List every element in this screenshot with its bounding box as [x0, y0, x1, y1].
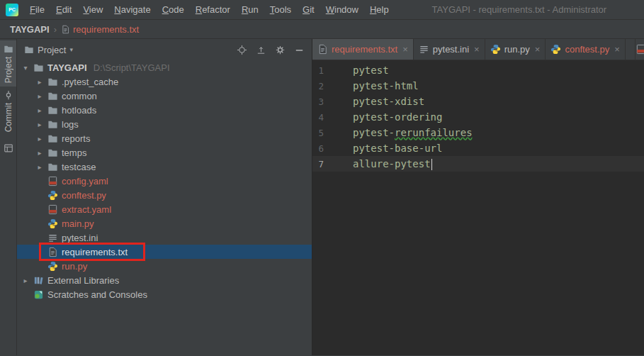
menu-item-git[interactable]: Git [297, 0, 320, 19]
menu-item-run[interactable]: Run [236, 0, 264, 19]
project-view-selector[interactable]: Project ▾ [24, 45, 73, 55]
line-text: allure-pytest [334, 158, 432, 170]
folder-name: logs [62, 119, 79, 130]
editor-line[interactable]: 6 pytest-base-url [312, 140, 644, 156]
folder-icon [47, 105, 58, 116]
line-number[interactable]: 2 [312, 81, 334, 91]
tree-item-pytest-cache[interactable]: ▸ .pytest_cache [17, 74, 312, 89]
file-name: requirements.txt [62, 247, 128, 257]
tree-item-pytest-ini[interactable]: pytest.ini [17, 230, 312, 245]
tree-item-requirements-txt[interactable]: requirements.txt [17, 245, 312, 259]
tree-item-temps[interactable]: ▸ temps [17, 145, 312, 160]
project-root-path: D:\Script\TAYGAPI [94, 62, 170, 73]
menu-item-window[interactable]: Window [320, 0, 364, 19]
tree-item-config-yaml[interactable]: config.yaml [17, 174, 312, 188]
menu-item-code[interactable]: Code [157, 0, 190, 19]
line-number[interactable]: 6 [312, 143, 334, 154]
breadcrumb-file[interactable]: requirements.txt [61, 24, 139, 35]
tree-item-scratches[interactable]: Scratches and Consoles [17, 287, 312, 301]
python-icon [47, 190, 58, 201]
folder-icon [24, 45, 34, 55]
tab-requirements-txt[interactable]: requirements.txt × [312, 39, 414, 60]
close-icon[interactable]: × [402, 44, 408, 55]
editor-body[interactable]: 1 pytest 2 pytest-html 3 pytest-xdist 4 … [312, 60, 644, 355]
editor-line[interactable]: 3 pytest-xdist [312, 94, 644, 109]
folder-icon [47, 119, 58, 130]
tree-item-extract-yaml[interactable]: extract.yaml [17, 202, 312, 216]
file-name: main.py [62, 218, 94, 229]
tool-window-stripe: Project Commit [0, 39, 17, 355]
close-icon[interactable]: × [474, 44, 480, 55]
line-number[interactable]: 7 [312, 159, 334, 169]
tree-item-external-libraries[interactable]: ▸ External Libraries [17, 273, 312, 287]
tree-item-main-py[interactable]: main.py [17, 216, 312, 230]
editor-line[interactable]: 4 pytest-ordering [312, 109, 644, 125]
line-text-plain: pytest- [353, 127, 395, 138]
menu-item-edit[interactable]: Edit [50, 0, 77, 19]
project-panel-title: Project [38, 45, 66, 55]
line-number[interactable]: 4 [312, 112, 334, 123]
breadcrumb-project[interactable]: TAYGAPI [10, 24, 50, 35]
gear-icon[interactable] [275, 45, 286, 55]
chevron-down-icon[interactable]: ▾ [21, 64, 30, 72]
hide-panel-icon[interactable] [294, 45, 305, 55]
file-name: extract.yaml [62, 204, 111, 215]
chevron-right-icon[interactable]: ▸ [35, 106, 44, 114]
project-panel-header: Project ▾ [17, 39, 312, 60]
tab-overflow-sliver[interactable] [635, 39, 644, 60]
line-text: pytest-ordering [334, 111, 442, 123]
editor-line[interactable]: 1 pytest [312, 62, 644, 78]
tab-run-py[interactable]: run.py × [485, 39, 546, 60]
window-title: TAYGAPI - requirements.txt - Administrat… [432, 4, 607, 15]
locate-file-icon[interactable] [237, 45, 247, 55]
chevron-right-icon[interactable]: ▸ [35, 149, 44, 157]
tree-item-common[interactable]: ▸ common [17, 89, 312, 103]
tool-stripe-project[interactable]: Project [0, 40, 16, 87]
project-root-name: TAYGAPI [47, 62, 87, 73]
line-number[interactable]: 5 [312, 128, 334, 138]
folder-icon [33, 62, 44, 73]
collapse-all-icon[interactable] [256, 45, 266, 55]
tool-stripe-commit[interactable]: Commit [0, 87, 16, 135]
chevron-right-icon[interactable]: ▸ [35, 78, 44, 86]
menu-item-help[interactable]: Help [364, 0, 395, 19]
editor-line-current[interactable]: 7 allure-pytest [312, 156, 644, 172]
chevron-right-icon[interactable]: ▸ [21, 277, 30, 284]
typo-underline: rerunfailures [395, 127, 473, 138]
editor-line[interactable]: 2 pytest-html [312, 78, 644, 94]
line-text-plain: allure-pytest [353, 158, 431, 169]
chevron-right-icon[interactable]: ▸ [35, 121, 44, 128]
close-icon[interactable]: × [535, 44, 541, 55]
tree-item-taygapi-root[interactable]: ▾ TAYGAPI D:\Script\TAYGAPI [17, 60, 312, 74]
toolwindow-icon[interactable] [4, 143, 13, 153]
pycharm-logo-icon: PC [6, 4, 18, 16]
tree-item-hotloads[interactable]: ▸ hotloads [17, 103, 312, 117]
tab-conftest-py[interactable]: conftest.py × [546, 39, 625, 60]
folder-icon [47, 91, 58, 101]
chevron-right-icon[interactable]: ▸ [35, 135, 44, 143]
tab-pytest-ini[interactable]: pytest.ini × [414, 39, 485, 60]
tree-item-reports[interactable]: ▸ reports [17, 131, 312, 145]
line-text: pytest-xdist [334, 96, 424, 107]
close-icon[interactable]: × [614, 44, 620, 55]
chevron-right-icon[interactable]: ▸ [35, 92, 44, 100]
project-tree: ▾ TAYGAPI D:\Script\TAYGAPI ▸ .pytest_ca… [17, 60, 312, 355]
menu-item-file[interactable]: File [24, 0, 50, 19]
menu-item-navigate[interactable]: Navigate [108, 0, 156, 19]
editor-line[interactable]: 5 pytest-rerunfailures [312, 125, 644, 140]
breadcrumb: TAYGAPI › requirements.txt [0, 20, 644, 39]
line-number[interactable]: 1 [312, 65, 334, 76]
yaml-icon [635, 44, 644, 55]
line-number[interactable]: 3 [312, 96, 334, 107]
line-text: pytest [334, 65, 389, 76]
menu-item-refactor[interactable]: Refactor [190, 0, 236, 19]
menu-item-view[interactable]: View [77, 0, 108, 19]
tree-item-logs[interactable]: ▸ logs [17, 117, 312, 131]
tree-item-testcase[interactable]: ▸ testcase [17, 160, 312, 174]
file-name: pytest.ini [62, 233, 98, 243]
tree-item-conftest-py[interactable]: conftest.py [17, 188, 312, 202]
menu-item-tools[interactable]: Tools [264, 0, 297, 19]
special-node-label: Scratches and Consoles [47, 289, 147, 300]
chevron-right-icon[interactable]: ▸ [35, 163, 44, 171]
tree-item-run-py[interactable]: run.py [17, 259, 312, 273]
